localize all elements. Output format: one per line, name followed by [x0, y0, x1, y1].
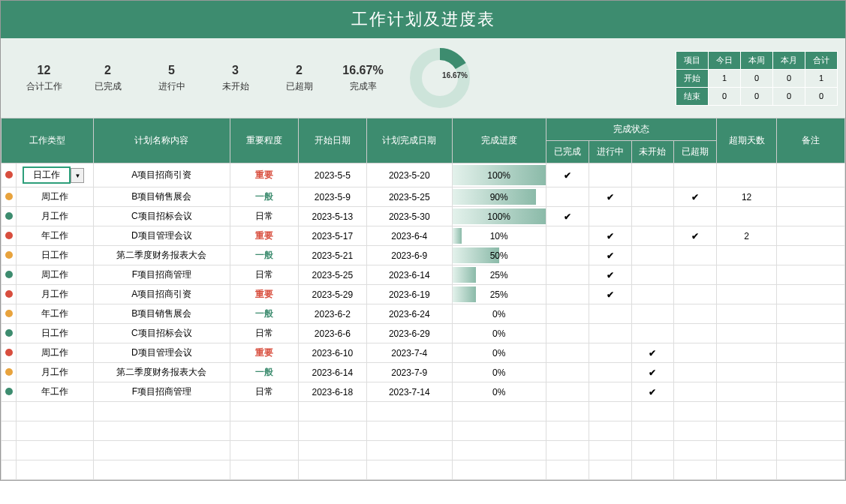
empty-cell[interactable]: [452, 460, 546, 480]
importance-cell[interactable]: 一般: [230, 363, 298, 382]
empty-cell[interactable]: [717, 460, 777, 480]
col-status-doing[interactable]: 进行中: [589, 141, 631, 164]
plan-name-cell[interactable]: A项目招商引资: [93, 285, 230, 304]
main-data-table[interactable]: 工作类型 计划名称内容 重要程度 开始日期 计划完成日期 完成进度 完成状态 超…: [1, 118, 845, 480]
empty-cell[interactable]: [93, 460, 230, 480]
table-row[interactable]: 年工作B项目销售展会一般2023-6-22023-6-240%: [2, 304, 845, 324]
empty-cell[interactable]: [452, 402, 546, 422]
work-type-cell[interactable]: 周工作: [17, 188, 93, 207]
empty-cell[interactable]: [776, 422, 844, 441]
priority-dot-cell[interactable]: [2, 285, 17, 304]
empty-cell[interactable]: [776, 441, 844, 460]
status-doing-cell[interactable]: [589, 344, 631, 363]
status-doing-cell[interactable]: [589, 164, 631, 188]
empty-cell[interactable]: [776, 460, 844, 480]
progress-cell[interactable]: 25%: [452, 266, 546, 285]
status-ns-cell[interactable]: [631, 246, 674, 266]
table-row-empty[interactable]: [2, 402, 845, 422]
work-type-cell[interactable]: 日工作▼: [17, 164, 93, 188]
empty-cell[interactable]: [546, 441, 589, 460]
remark-cell[interactable]: [776, 188, 844, 207]
status-od-cell[interactable]: ✔: [674, 226, 717, 246]
remark-cell[interactable]: [776, 285, 844, 304]
status-doing-cell[interactable]: ✔: [589, 285, 631, 304]
remark-cell[interactable]: [776, 164, 844, 188]
progress-cell[interactable]: 100%: [452, 164, 546, 188]
plan-name-cell[interactable]: D项目管理会议: [93, 226, 230, 246]
importance-cell[interactable]: 重要: [230, 344, 298, 363]
empty-cell[interactable]: [631, 441, 674, 460]
col-overdue-days[interactable]: 超期天数: [717, 118, 777, 164]
overdue-days-cell[interactable]: 12: [717, 188, 777, 207]
end-date-cell[interactable]: 2023-7-9: [366, 363, 452, 382]
empty-cell[interactable]: [17, 402, 93, 422]
remark-cell[interactable]: [776, 324, 844, 344]
remark-cell[interactable]: [776, 207, 844, 226]
status-done-cell[interactable]: [546, 188, 589, 207]
overdue-days-cell[interactable]: [717, 164, 777, 188]
table-row-empty[interactable]: [2, 441, 845, 460]
remark-cell[interactable]: [776, 304, 844, 324]
col-importance[interactable]: 重要程度: [230, 118, 298, 164]
progress-cell[interactable]: 25%: [452, 285, 546, 304]
priority-dot-cell[interactable]: [2, 164, 17, 188]
status-ns-cell[interactable]: ✔: [631, 344, 674, 363]
end-date-cell[interactable]: 2023-5-20: [366, 164, 452, 188]
work-type-cell[interactable]: 月工作: [17, 207, 93, 226]
empty-cell[interactable]: [674, 402, 717, 422]
status-ns-cell[interactable]: [631, 266, 674, 285]
status-done-cell[interactable]: [546, 382, 589, 402]
table-row[interactable]: 日工作第二季度财务报表大会一般2023-5-212023-6-950%✔: [2, 246, 845, 266]
col-remark[interactable]: 备注: [776, 118, 844, 164]
end-date-cell[interactable]: 2023-7-14: [366, 382, 452, 402]
plan-name-cell[interactable]: 第二季度财务报表大会: [93, 246, 230, 266]
table-row[interactable]: 月工作A项目招商引资重要2023-5-292023-6-1925%✔: [2, 285, 845, 304]
empty-cell[interactable]: [2, 422, 17, 441]
col-plan-end[interactable]: 计划完成日期: [366, 118, 452, 164]
overdue-days-cell[interactable]: [717, 285, 777, 304]
progress-cell[interactable]: 0%: [452, 324, 546, 344]
end-date-cell[interactable]: 2023-7-4: [366, 344, 452, 363]
priority-dot-cell[interactable]: [2, 324, 17, 344]
empty-cell[interactable]: [2, 460, 17, 480]
plan-name-cell[interactable]: F项目招商管理: [93, 266, 230, 285]
status-ns-cell[interactable]: [631, 324, 674, 344]
status-done-cell[interactable]: [546, 304, 589, 324]
empty-cell[interactable]: [93, 422, 230, 441]
work-type-cell[interactable]: 月工作: [17, 363, 93, 382]
priority-dot-cell[interactable]: [2, 226, 17, 246]
priority-dot-cell[interactable]: [2, 188, 17, 207]
priority-dot-cell[interactable]: [2, 363, 17, 382]
progress-cell[interactable]: 90%: [452, 188, 546, 207]
status-od-cell[interactable]: [674, 324, 717, 344]
empty-cell[interactable]: [589, 402, 631, 422]
empty-cell[interactable]: [452, 422, 546, 441]
col-status-group[interactable]: 完成状态: [546, 118, 717, 141]
status-ns-cell[interactable]: [631, 226, 674, 246]
overdue-days-cell[interactable]: [717, 266, 777, 285]
status-od-cell[interactable]: [674, 344, 717, 363]
empty-cell[interactable]: [230, 460, 298, 480]
empty-cell[interactable]: [298, 460, 366, 480]
empty-cell[interactable]: [298, 422, 366, 441]
importance-cell[interactable]: 日常: [230, 382, 298, 402]
status-od-cell[interactable]: [674, 246, 717, 266]
empty-cell[interactable]: [546, 402, 589, 422]
empty-cell[interactable]: [631, 460, 674, 480]
start-date-cell[interactable]: 2023-5-21: [298, 246, 366, 266]
work-type-cell[interactable]: 日工作: [17, 246, 93, 266]
start-date-cell[interactable]: 2023-5-25: [298, 266, 366, 285]
empty-cell[interactable]: [366, 402, 452, 422]
end-date-cell[interactable]: 2023-6-19: [366, 285, 452, 304]
importance-cell[interactable]: 一般: [230, 304, 298, 324]
empty-cell[interactable]: [93, 441, 230, 460]
remark-cell[interactable]: [776, 226, 844, 246]
empty-cell[interactable]: [589, 422, 631, 441]
progress-cell[interactable]: 100%: [452, 207, 546, 226]
start-date-cell[interactable]: 2023-6-10: [298, 344, 366, 363]
status-done-cell[interactable]: [546, 324, 589, 344]
status-doing-cell[interactable]: [589, 324, 631, 344]
start-date-cell[interactable]: 2023-5-13: [298, 207, 366, 226]
status-doing-cell[interactable]: [589, 207, 631, 226]
priority-dot-cell[interactable]: [2, 304, 17, 324]
